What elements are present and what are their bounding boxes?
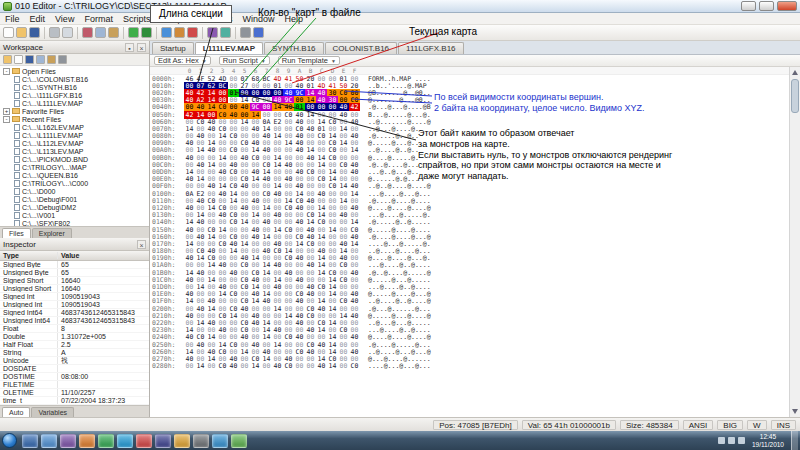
toolbar-print-preview-icon[interactable] <box>62 27 73 38</box>
taskbar-app-icon[interactable] <box>98 434 114 448</box>
workspace-tool-icon-1[interactable] <box>14 55 23 64</box>
hex-byte[interactable]: 14 <box>195 362 206 370</box>
hex-byte[interactable]: 00 <box>239 362 250 370</box>
inspector-row[interactable]: Unsigned Int1090519043 <box>0 301 149 309</box>
status-charset[interactable]: ANSI <box>683 420 714 430</box>
status-write-mode[interactable]: W <box>747 420 767 430</box>
toolbar-goto-icon[interactable] <box>174 27 185 38</box>
toolbar-save-icon[interactable] <box>29 27 40 38</box>
tab-l111lev.map[interactable]: L111LEV.MAP <box>195 42 263 54</box>
toolbar-help-icon[interactable] <box>253 27 264 38</box>
hex-byte[interactable]: 00 <box>206 362 217 370</box>
toolbar-paste-icon[interactable] <box>108 27 119 38</box>
inspector-tab-variables[interactable]: Variables <box>31 407 74 417</box>
inspector-row[interactable]: Float8 <box>0 325 149 333</box>
tree-file-item[interactable]: C:\...\Debug\DM2 <box>0 203 149 211</box>
tree-file-item[interactable]: C:\...\L162LEV.MAP <box>0 123 149 131</box>
toolbar-cut-icon[interactable] <box>82 27 93 38</box>
taskbar-app-icon[interactable] <box>174 434 190 448</box>
taskbar-app-icon[interactable] <box>79 434 95 448</box>
hex-byte[interactable]: 00 <box>338 362 349 370</box>
inspector-row[interactable]: DOSDATE <box>0 365 149 373</box>
status-endian[interactable]: BIG <box>717 420 743 430</box>
inspector-row[interactable]: Signed Int644683743612465315843 <box>0 309 149 317</box>
minimize-button[interactable] <box>741 1 756 11</box>
hex-byte[interactable]: 00 <box>294 362 305 370</box>
hex-byte[interactable]: 00 <box>184 362 195 370</box>
hex-byte[interactable]: 40 <box>272 362 283 370</box>
inspector-row[interactable]: Unsigned Byte65 <box>0 269 149 277</box>
workspace-tool-icon-5[interactable] <box>58 55 67 64</box>
inspector-row[interactable]: Signed Short16640 <box>0 277 149 285</box>
toolbar-run-template-icon[interactable] <box>207 27 218 38</box>
workspace-tab-files[interactable]: Files <box>2 228 31 238</box>
hex-byte[interactable]: C0 <box>349 362 360 370</box>
inspector-row[interactable]: Double1.31072e+005 <box>0 333 149 341</box>
run-script-dropdown[interactable]: Run Script ▼ <box>219 56 270 65</box>
close-button[interactable] <box>777 1 797 11</box>
tab-synth.b16[interactable]: SYNTH.B16 <box>264 42 324 54</box>
tree-file-item[interactable]: C:\...\D000 <box>0 187 149 195</box>
toolbar-run-script-icon[interactable] <box>220 27 231 38</box>
scroll-up-icon[interactable] <box>792 70 798 75</box>
hex-byte[interactable]: C0 <box>217 362 228 370</box>
tree-file-item[interactable]: C:\TRILOGY\...\C000 <box>0 179 149 187</box>
show-desktop-button[interactable] <box>791 431 798 450</box>
taskbar-app-icon[interactable] <box>231 434 247 448</box>
inspector-row[interactable]: Signed Byte65 <box>0 261 149 269</box>
ascii-column[interactable]: ....@...@...@... <box>368 362 431 370</box>
expander-icon[interactable]: - <box>3 116 10 123</box>
inspector-row[interactable]: FILETIME <box>0 381 149 389</box>
tree-file-item[interactable]: C:\...\PICKMOD.BND <box>0 155 149 163</box>
run-template-dropdown[interactable]: Run Template ▼ <box>278 56 340 65</box>
start-button[interactable] <box>2 433 17 448</box>
toolbar-redo-icon[interactable] <box>141 27 152 38</box>
inspector-row[interactable]: DOSTIME08:08:00 <box>0 373 149 381</box>
taskbar-app-icon[interactable] <box>136 434 152 448</box>
workspace-tool-icon-2[interactable] <box>25 55 34 64</box>
tree-file-item[interactable]: C:\...\L111LEV.MAP <box>0 131 149 139</box>
tree-file-item[interactable]: C:\...\V001 <box>0 211 149 219</box>
taskbar-clock[interactable]: 12:45 19/11/2010 <box>748 433 788 448</box>
workspace-tool-icon-4[interactable] <box>47 55 56 64</box>
edit-as-dropdown[interactable]: Edit As: Hex ▼ <box>154 56 211 65</box>
menu-file[interactable]: File <box>0 14 25 24</box>
menu-edit[interactable]: Edit <box>25 14 51 24</box>
hex-byte[interactable]: 00 <box>261 362 272 370</box>
menu-format[interactable]: Format <box>79 14 118 24</box>
tray-icon[interactable] <box>728 437 735 444</box>
inspector-tab-auto[interactable]: Auto <box>2 407 30 417</box>
taskbar-app-icon[interactable] <box>117 434 133 448</box>
inspector-row[interactable]: Unsigned Short16640 <box>0 285 149 293</box>
tab-startup[interactable]: Startup <box>152 42 194 54</box>
tab-111lgfx.b16[interactable]: 111LGFX.B16 <box>398 42 464 54</box>
tree-group[interactable]: +Favorite Files <box>0 107 149 115</box>
maximize-button[interactable] <box>759 1 774 11</box>
taskbar-app-icon[interactable] <box>41 434 57 448</box>
menu-view[interactable]: View <box>50 14 79 24</box>
expander-icon[interactable]: - <box>3 68 10 75</box>
tray-icon[interactable] <box>718 437 725 444</box>
vertical-scrollbar[interactable] <box>789 67 800 417</box>
close-icon[interactable]: × <box>137 240 146 249</box>
taskbar-app-icon[interactable] <box>60 434 76 448</box>
tree-file-item[interactable]: C:\...\L111LEV.MAP <box>0 99 149 107</box>
hex-byte[interactable]: 00 <box>305 362 316 370</box>
tree-file-item[interactable]: C:\...\SYNTH.B16 <box>0 83 149 91</box>
tree-file-item[interactable]: C:\TRILOGY\...\MAP <box>0 163 149 171</box>
toolbar-new-file-icon[interactable] <box>3 27 14 38</box>
tree-file-item[interactable]: C:\...\111LGFX.B16 <box>0 91 149 99</box>
toolbar-bookmark-icon[interactable] <box>187 27 198 38</box>
inspector-row[interactable]: Unsigned Int644683743612465315843 <box>0 317 149 325</box>
tree-group[interactable]: -Open Files <box>0 67 149 75</box>
scrollbar-thumb[interactable] <box>791 79 799 113</box>
workspace-tab-explorer[interactable]: Explorer <box>32 228 72 238</box>
tree-file-item[interactable]: C:\...\QUEEN.B16 <box>0 171 149 179</box>
pin-icon[interactable]: ▪ <box>125 43 134 52</box>
taskbar-app-icon[interactable] <box>22 434 38 448</box>
hex-byte[interactable]: 40 <box>228 362 239 370</box>
taskbar-app-icon[interactable] <box>212 434 228 448</box>
expander-icon[interactable]: + <box>3 108 10 115</box>
workspace-tool-icon-0[interactable] <box>3 55 12 64</box>
inspector-row[interactable]: time_t07/22/2004 18:37:23 <box>0 397 149 405</box>
